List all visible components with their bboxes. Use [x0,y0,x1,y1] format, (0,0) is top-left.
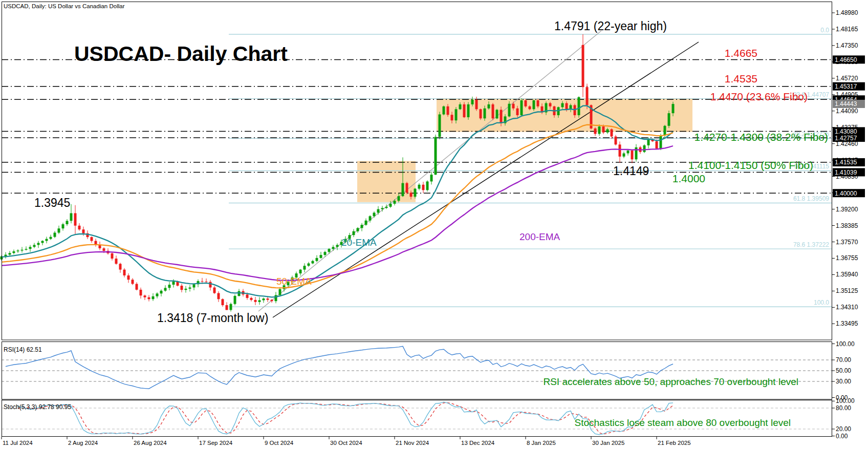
candle-bear [582,45,584,87]
candle-bull [230,304,232,310]
candle-bear [406,183,408,193]
candle-bull [312,261,314,264]
candle-bear [410,193,413,197]
candle-bear [140,290,142,295]
candle-bull [324,252,327,255]
chart-window: 0.023.6 1.4470738.2 1.4272550.0 1.411156… [0,0,868,449]
price-axis-label: 1.35940 [836,271,858,278]
candle-bull [533,100,535,109]
date-axis-label: 30 Jan 2025 [592,440,624,446]
candle-bear [246,294,249,298]
candle-bear [201,281,204,282]
candle-bear [127,275,130,280]
badge-label: 1.40000 [835,190,857,197]
candle-bear [537,100,539,106]
candle-bear [529,106,531,109]
candle-bull [275,295,277,301]
candle-bull [238,291,241,296]
candle-bear [74,213,77,225]
candle-bull [156,293,159,296]
candle-bull [455,109,458,120]
candle-bear [132,280,134,284]
candle-bear [144,295,146,297]
candle-bull [426,181,429,190]
candle-bull [62,224,64,228]
candle-bull [21,250,24,251]
candle-bear [218,293,220,300]
candle-bull [484,109,486,119]
candle-bear [602,126,605,133]
price-axis-label: 1.37570 [836,239,858,246]
candle-bull [41,241,44,243]
candle-bear [475,100,478,109]
candle-bear [136,284,138,289]
ema-line [2,146,673,281]
price-axis-label: 1.39200 [836,206,858,213]
price-axis-label: 1.33495 [836,320,858,327]
ema200-label: 200-EMA [519,231,560,242]
candle-bull [308,263,310,266]
candle-bull [435,137,437,175]
candle-bull [58,228,60,232]
price-axis-label: 1.38385 [836,222,858,229]
price-axis-label: 1.47350 [836,42,858,49]
badge-label: 1.46650 [835,56,857,63]
candle-bear [615,137,617,145]
candle-bear [209,282,212,288]
chart-canvas[interactable]: 0.023.6 1.4470738.2 1.4272550.0 1.411156… [0,0,868,449]
candle-bull [664,126,666,135]
candle-bull [508,104,511,117]
candle-bear [566,103,568,109]
candle-bear [463,104,466,117]
consolidation-zone [437,99,692,132]
candle-bear [656,141,658,148]
candle-bear [267,298,269,300]
candle-bull [29,247,32,249]
candle-bull [193,284,196,287]
candle-bull [635,147,638,160]
candle-bull [299,270,302,273]
candle-bull [168,285,171,288]
candle-bull [46,239,48,241]
candle-bull [369,216,372,220]
date-axis-label: 11 Jul 2024 [3,440,33,446]
candle-bull [606,129,609,132]
price-axis-label: 1.48165 [836,26,858,33]
price-axis-label: 1.36755 [836,254,858,262]
candle-bull [443,106,445,115]
candle-bull [578,97,580,115]
price-axis-label: 1.45720 [836,75,858,82]
fib-label: 61.8 1.39509 [793,195,829,202]
candle-bear [492,104,494,118]
candle-bull [152,296,155,299]
date-axis-label: 30 Oct 2024 [330,440,362,446]
candle-bull [394,201,396,204]
annotation-7-month-low: 1.3418 (7-month low) [157,311,268,325]
candle-bear [181,286,183,290]
candle-bull [185,289,187,290]
candle-bull [365,221,367,225]
candle-bull [13,251,15,253]
candle-bear [213,288,216,293]
chart-title: USDCAD- Daily Chart [74,42,288,66]
symbol-title: USDCAD, Daily: US Dollar vs Canadian Dol… [4,3,125,9]
candle-bull [668,113,670,126]
support-label-14000: 1.4000 [672,173,705,184]
candle-bear [250,298,253,300]
stoch-axis-label: 0.00 [836,433,848,440]
resistance-label-14470: 1.4470 (23.6% Fibo) [710,91,808,102]
rsi-axis-label: 70.00 [836,356,851,364]
candle-bull [459,104,462,109]
date-axis-label: 8 Jan 2025 [527,440,556,446]
badge-label: 1.41039 [835,169,857,176]
stoch-title: Stoch(5,3,3) 92.78 90.95 [4,403,71,411]
candle-bull [164,288,167,290]
candle-bear [525,100,527,106]
candle-bear [111,253,114,259]
badge-label: 1.42757 [835,135,857,142]
candle-bull [9,253,11,254]
candle-bull [70,213,73,221]
rsi-title: RSI(14) 62.51 [4,346,42,353]
price-axis-label: 1.34310 [836,304,858,311]
candle-bull [17,250,19,251]
